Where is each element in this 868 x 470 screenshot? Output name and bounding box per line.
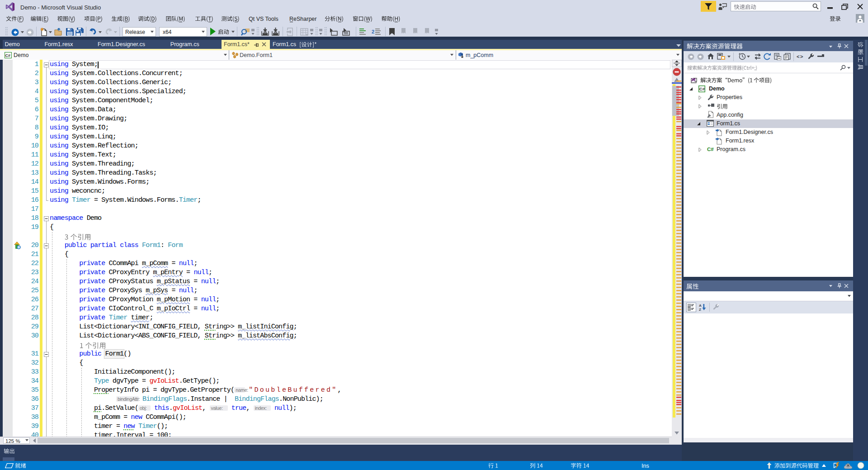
svg-text:C#: C# bbox=[5, 53, 11, 58]
svg-text:Z: Z bbox=[699, 308, 701, 311]
svg-text:C#: C# bbox=[699, 86, 705, 91]
svg-text:2: 2 bbox=[372, 29, 374, 34]
